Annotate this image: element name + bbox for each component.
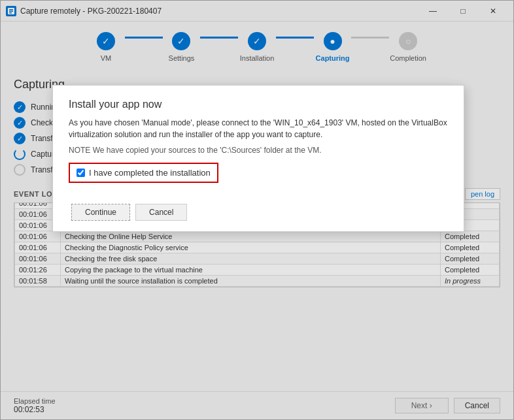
continue-button[interactable]: Continue [71,204,130,221]
dialog-overlay: Install your app now As you have chosen … [0,0,514,420]
install-checkbox-row[interactable]: I have completed the installation [69,163,218,183]
cancel-dialog-button[interactable]: Cancel [135,204,187,221]
dialog-buttons: Continue Cancel [69,204,448,221]
main-window: Capture remotely - PKG-200221-180407 — □… [0,0,514,420]
install-checkbox-label: I have completed the installation [89,168,211,178]
dialog-body: As you have chosen 'Manual mode', please… [69,117,448,140]
dialog-note: NOTE We have copied your sources to the … [69,146,448,155]
install-checkbox[interactable] [77,169,85,177]
dialog-title: Install your app now [69,99,448,110]
install-dialog: Install your app now As you have chosen … [52,85,464,232]
